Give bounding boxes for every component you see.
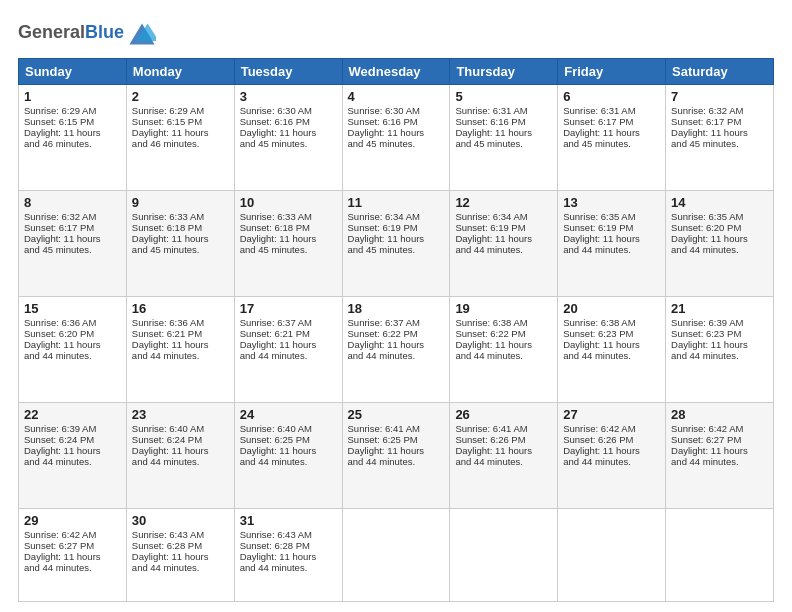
day-info-line: and 44 minutes. [348, 350, 445, 361]
calendar-cell [450, 508, 558, 601]
calendar-cell: 27Sunrise: 6:42 AMSunset: 6:26 PMDayligh… [558, 402, 666, 508]
day-number: 10 [240, 195, 337, 210]
day-info-line: Daylight: 11 hours [240, 339, 337, 350]
calendar-cell: 14Sunrise: 6:35 AMSunset: 6:20 PMDayligh… [666, 190, 774, 296]
day-number: 30 [132, 513, 229, 528]
day-info-line: and 45 minutes. [348, 244, 445, 255]
day-info-line: Daylight: 11 hours [132, 233, 229, 244]
day-info-line: Sunrise: 6:32 AM [24, 211, 121, 222]
page: GeneralBlue SundayMondayTuesdayWednesday… [0, 0, 792, 612]
day-header-friday: Friday [558, 59, 666, 85]
day-number: 14 [671, 195, 768, 210]
calendar-cell: 24Sunrise: 6:40 AMSunset: 6:25 PMDayligh… [234, 402, 342, 508]
calendar-cell: 21Sunrise: 6:39 AMSunset: 6:23 PMDayligh… [666, 296, 774, 402]
day-info-line: and 44 minutes. [240, 350, 337, 361]
day-info-line: Sunset: 6:16 PM [455, 116, 552, 127]
day-info-line: Sunset: 6:18 PM [240, 222, 337, 233]
day-info-line: Sunset: 6:17 PM [24, 222, 121, 233]
day-info-line: and 44 minutes. [455, 244, 552, 255]
calendar-cell: 29Sunrise: 6:42 AMSunset: 6:27 PMDayligh… [19, 508, 127, 601]
calendar-cell: 8Sunrise: 6:32 AMSunset: 6:17 PMDaylight… [19, 190, 127, 296]
day-info-line: and 44 minutes. [563, 456, 660, 467]
day-info-line: Sunrise: 6:42 AM [563, 423, 660, 434]
day-info-line: Daylight: 11 hours [240, 127, 337, 138]
day-info-line: Sunrise: 6:30 AM [348, 105, 445, 116]
day-info-line: Sunset: 6:23 PM [671, 328, 768, 339]
day-info-line: Daylight: 11 hours [132, 551, 229, 562]
day-info-line: Sunrise: 6:31 AM [563, 105, 660, 116]
calendar-cell: 26Sunrise: 6:41 AMSunset: 6:26 PMDayligh… [450, 402, 558, 508]
day-info-line: Sunrise: 6:38 AM [563, 317, 660, 328]
day-info-line: Sunset: 6:27 PM [671, 434, 768, 445]
day-info-line: Sunrise: 6:42 AM [671, 423, 768, 434]
day-info-line: Sunrise: 6:32 AM [671, 105, 768, 116]
day-info-line: and 44 minutes. [24, 456, 121, 467]
day-info-line: Daylight: 11 hours [671, 339, 768, 350]
calendar-cell: 18Sunrise: 6:37 AMSunset: 6:22 PMDayligh… [342, 296, 450, 402]
day-info-line: and 44 minutes. [563, 244, 660, 255]
day-info-line: Daylight: 11 hours [132, 127, 229, 138]
day-info-line: Daylight: 11 hours [563, 127, 660, 138]
calendar-cell: 19Sunrise: 6:38 AMSunset: 6:22 PMDayligh… [450, 296, 558, 402]
day-info-line: Sunrise: 6:37 AM [240, 317, 337, 328]
day-info-line: Sunrise: 6:29 AM [132, 105, 229, 116]
calendar-week-1: 1Sunrise: 6:29 AMSunset: 6:15 PMDaylight… [19, 85, 774, 191]
day-number: 26 [455, 407, 552, 422]
day-info-line: Daylight: 11 hours [240, 551, 337, 562]
day-info-line: and 44 minutes. [240, 562, 337, 573]
day-info-line: and 44 minutes. [348, 456, 445, 467]
day-info-line: and 45 minutes. [240, 138, 337, 149]
day-info-line: Sunrise: 6:34 AM [455, 211, 552, 222]
day-info-line: and 45 minutes. [563, 138, 660, 149]
day-info-line: and 45 minutes. [24, 244, 121, 255]
calendar-cell: 3Sunrise: 6:30 AMSunset: 6:16 PMDaylight… [234, 85, 342, 191]
day-info-line: Sunrise: 6:36 AM [132, 317, 229, 328]
day-info-line: Sunset: 6:19 PM [348, 222, 445, 233]
calendar-week-2: 8Sunrise: 6:32 AMSunset: 6:17 PMDaylight… [19, 190, 774, 296]
calendar-cell [558, 508, 666, 601]
day-info-line: Daylight: 11 hours [24, 127, 121, 138]
day-info-line: and 44 minutes. [24, 350, 121, 361]
day-info-line: Sunset: 6:15 PM [132, 116, 229, 127]
day-info-line: and 45 minutes. [240, 244, 337, 255]
day-info-line: Sunset: 6:26 PM [563, 434, 660, 445]
day-info-line: and 45 minutes. [671, 138, 768, 149]
day-info-line: Daylight: 11 hours [24, 445, 121, 456]
header: GeneralBlue [18, 18, 774, 48]
day-info-line: Sunset: 6:15 PM [24, 116, 121, 127]
day-number: 3 [240, 89, 337, 104]
day-info-line: Sunset: 6:22 PM [348, 328, 445, 339]
day-info-line: Sunrise: 6:38 AM [455, 317, 552, 328]
calendar-cell: 23Sunrise: 6:40 AMSunset: 6:24 PMDayligh… [126, 402, 234, 508]
day-info-line: Sunset: 6:19 PM [563, 222, 660, 233]
day-info-line: Daylight: 11 hours [671, 127, 768, 138]
day-number: 24 [240, 407, 337, 422]
calendar-cell: 4Sunrise: 6:30 AMSunset: 6:16 PMDaylight… [342, 85, 450, 191]
calendar-header-row: SundayMondayTuesdayWednesdayThursdayFrid… [19, 59, 774, 85]
day-number: 2 [132, 89, 229, 104]
calendar-cell: 15Sunrise: 6:36 AMSunset: 6:20 PMDayligh… [19, 296, 127, 402]
day-info-line: Sunset: 6:28 PM [132, 540, 229, 551]
calendar-cell: 30Sunrise: 6:43 AMSunset: 6:28 PMDayligh… [126, 508, 234, 601]
day-info-line: Sunrise: 6:29 AM [24, 105, 121, 116]
day-info-line: and 45 minutes. [348, 138, 445, 149]
calendar-cell: 31Sunrise: 6:43 AMSunset: 6:28 PMDayligh… [234, 508, 342, 601]
day-info-line: and 46 minutes. [132, 138, 229, 149]
day-info-line: Sunset: 6:20 PM [24, 328, 121, 339]
day-info-line: Daylight: 11 hours [24, 339, 121, 350]
day-info-line: Daylight: 11 hours [455, 127, 552, 138]
day-number: 6 [563, 89, 660, 104]
logo: GeneralBlue [18, 18, 156, 48]
day-info-line: Daylight: 11 hours [455, 445, 552, 456]
calendar-cell [342, 508, 450, 601]
day-info-line: Sunrise: 6:41 AM [455, 423, 552, 434]
calendar-cell: 17Sunrise: 6:37 AMSunset: 6:21 PMDayligh… [234, 296, 342, 402]
day-info-line: Daylight: 11 hours [24, 233, 121, 244]
day-number: 7 [671, 89, 768, 104]
day-info-line: Sunrise: 6:40 AM [240, 423, 337, 434]
day-info-line: Sunrise: 6:30 AM [240, 105, 337, 116]
day-number: 20 [563, 301, 660, 316]
calendar-week-5: 29Sunrise: 6:42 AMSunset: 6:27 PMDayligh… [19, 508, 774, 601]
calendar-cell: 13Sunrise: 6:35 AMSunset: 6:19 PMDayligh… [558, 190, 666, 296]
calendar-cell [666, 508, 774, 601]
